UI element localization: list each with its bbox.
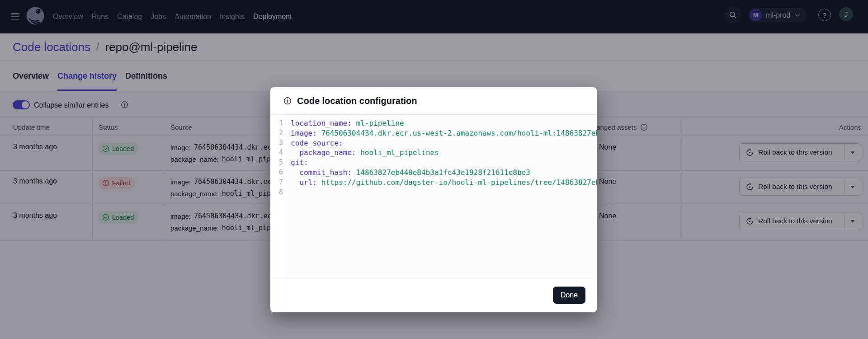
dialog-header: Code location configuration bbox=[270, 87, 597, 114]
line-number: 7 bbox=[270, 178, 283, 188]
code-viewer[interactable]: 12345678 location_name: ml-pipelineimage… bbox=[270, 114, 597, 278]
dialog-footer: Done bbox=[270, 278, 597, 312]
line-number-gutter: 12345678 bbox=[270, 115, 287, 278]
info-icon bbox=[283, 97, 292, 105]
code-line: location_name: ml-pipeline bbox=[291, 118, 597, 128]
code-line: commit_hash: 14863827eb440e84b3a1fc43e19… bbox=[291, 168, 597, 178]
line-number: 3 bbox=[270, 138, 283, 148]
code-line: url: https://github.com/dagster-io/hooli… bbox=[291, 178, 597, 188]
line-number: 8 bbox=[270, 188, 283, 198]
line-number: 2 bbox=[270, 128, 283, 138]
code-location-configuration-dialog: Code location configuration 12345678 loc… bbox=[270, 87, 597, 312]
code-line: git: bbox=[291, 158, 597, 168]
code-line: package_name: hooli_ml_pipelines bbox=[291, 148, 597, 158]
code-line bbox=[291, 188, 597, 198]
code-line: code_source: bbox=[291, 138, 597, 148]
page: OverviewRunsCatalogJobsAutomationInsight… bbox=[0, 0, 868, 339]
line-number: 6 bbox=[270, 168, 283, 178]
line-number: 1 bbox=[270, 118, 283, 128]
code-line: image: 764506304434.dkr.ecr.us-west-2.am… bbox=[291, 128, 597, 138]
line-number: 5 bbox=[270, 158, 283, 168]
yaml-code: location_name: ml-pipelineimage: 7645063… bbox=[288, 115, 597, 278]
done-button[interactable]: Done bbox=[553, 287, 585, 304]
line-number: 4 bbox=[270, 148, 283, 158]
dialog-title: Code location configuration bbox=[297, 96, 417, 106]
